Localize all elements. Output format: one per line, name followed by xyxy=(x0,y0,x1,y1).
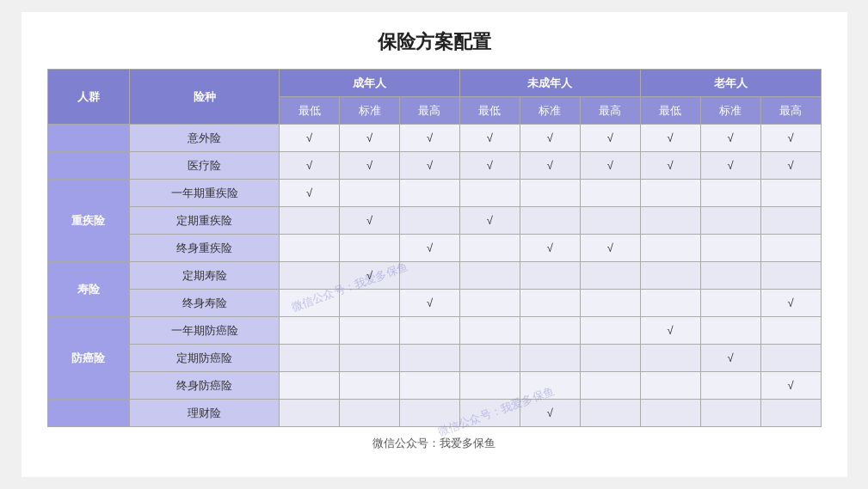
table-row: 重疾险一年期重疾险√ xyxy=(47,180,821,207)
table-cell xyxy=(700,400,760,427)
table-cell xyxy=(400,400,460,427)
table-cell xyxy=(280,317,340,345)
table-cell: √ xyxy=(580,152,640,180)
table-cell: 医疗险 xyxy=(130,152,280,180)
table-cell: √ xyxy=(580,235,640,262)
table-cell xyxy=(280,235,340,262)
table-cell: √ xyxy=(640,125,700,152)
table-cell: √ xyxy=(640,317,700,345)
table-cell xyxy=(280,345,340,372)
table-row: 防癌险一年期防癌险√ xyxy=(47,317,821,345)
table-cell: √ xyxy=(700,152,760,180)
table-cell xyxy=(700,180,760,207)
table-cell xyxy=(47,400,130,427)
table-cell xyxy=(47,125,130,152)
table-cell: 定期防癌险 xyxy=(130,345,280,372)
table-cell xyxy=(760,345,821,372)
table-cell xyxy=(700,262,760,290)
table-cell xyxy=(580,290,640,317)
table-cell: 防癌险 xyxy=(47,317,130,400)
table-cell: √ xyxy=(700,125,760,152)
table-row: 寿险定期寿险√ xyxy=(47,262,821,290)
table-row: 意外险√√√√√√√√√ xyxy=(47,125,821,152)
table-cell xyxy=(459,372,520,400)
table-cell: √ xyxy=(520,125,580,152)
table-cell: √ xyxy=(520,400,580,427)
adult-std: 标准 xyxy=(340,97,400,125)
table-cell xyxy=(459,235,520,262)
table-cell xyxy=(340,372,400,400)
table-cell xyxy=(280,290,340,317)
table-cell xyxy=(280,262,340,290)
table-row: 终身寿险√√ xyxy=(47,290,821,317)
table-cell: √ xyxy=(459,207,520,235)
minor-max: 最高 xyxy=(580,97,640,125)
header-row-group: 人群 险种 成年人 未成年人 老年人 xyxy=(47,70,821,97)
elderly-std: 标准 xyxy=(700,97,760,125)
table-row: 终身防癌险√ xyxy=(47,372,821,400)
table-cell xyxy=(580,345,640,372)
footer-text: 微信公众号：我爱多保鱼 xyxy=(47,436,822,451)
table-cell xyxy=(580,262,640,290)
table-cell: 终身重疾险 xyxy=(130,235,280,262)
table-cell xyxy=(459,262,520,290)
table-cell xyxy=(760,235,821,262)
table-cell xyxy=(459,400,520,427)
table-cell xyxy=(280,372,340,400)
table-cell xyxy=(459,180,520,207)
table-cell xyxy=(520,372,580,400)
group-header: 人群 xyxy=(47,70,130,125)
table-cell xyxy=(640,180,700,207)
page-title: 保险方案配置 xyxy=(47,29,822,55)
elderly-header: 老年人 xyxy=(640,70,821,97)
table-row: 定期重疾险√√ xyxy=(47,207,821,235)
table-cell xyxy=(520,317,580,345)
table-cell: √ xyxy=(640,152,700,180)
table-cell xyxy=(640,400,700,427)
table-cell: √ xyxy=(400,235,460,262)
table-cell: √ xyxy=(280,152,340,180)
table-cell xyxy=(340,235,400,262)
table-cell: √ xyxy=(520,235,580,262)
table-cell: √ xyxy=(760,372,821,400)
table-cell xyxy=(340,345,400,372)
adult-header: 成年人 xyxy=(280,70,460,97)
table-cell xyxy=(700,290,760,317)
table-cell xyxy=(400,207,460,235)
elderly-min: 最低 xyxy=(640,97,700,125)
table-cell: √ xyxy=(700,345,760,372)
table-cell: 寿险 xyxy=(47,262,130,317)
table-cell: √ xyxy=(459,125,520,152)
table-row: 理财险√ xyxy=(47,400,821,427)
table-cell xyxy=(580,400,640,427)
table-cell xyxy=(280,400,340,427)
adult-max: 最高 xyxy=(400,97,460,125)
table-cell xyxy=(640,290,700,317)
table-cell: 一年期重疾险 xyxy=(130,180,280,207)
table-cell: √ xyxy=(340,152,400,180)
table-cell xyxy=(760,262,821,290)
table-cell xyxy=(459,345,520,372)
table-row: 医疗险√√√√√√√√√ xyxy=(47,152,821,180)
table-cell: √ xyxy=(400,152,460,180)
table-cell xyxy=(280,207,340,235)
table-cell: √ xyxy=(760,152,821,180)
table-cell xyxy=(400,345,460,372)
table-cell xyxy=(640,207,700,235)
minor-header: 未成年人 xyxy=(459,70,640,97)
table-cell: √ xyxy=(340,262,400,290)
table-row: 定期防癌险√ xyxy=(47,345,821,372)
table-cell xyxy=(400,372,460,400)
table-cell xyxy=(760,180,821,207)
table-cell xyxy=(760,207,821,235)
table-cell xyxy=(400,262,460,290)
table-cell xyxy=(580,317,640,345)
table-cell xyxy=(459,317,520,345)
table-cell: 定期重疾险 xyxy=(130,207,280,235)
table-cell xyxy=(700,207,760,235)
table-cell: √ xyxy=(459,152,520,180)
table-cell: 定期寿险 xyxy=(130,262,280,290)
table-cell xyxy=(47,152,130,180)
table-cell xyxy=(340,400,400,427)
table-cell xyxy=(400,180,460,207)
